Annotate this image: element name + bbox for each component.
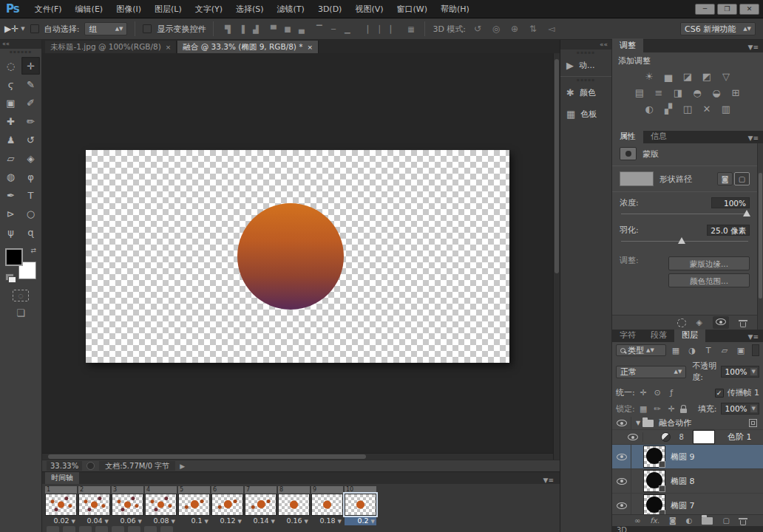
auto-align-layers-icon[interactable]: ▦ xyxy=(404,23,417,35)
3d-scale-icon[interactable]: ◅ xyxy=(545,24,558,34)
tab-info[interactable]: 信息 xyxy=(643,129,674,143)
frame-duration[interactable]: 0.04 ▼ xyxy=(78,516,110,525)
group-expand-caret-icon[interactable]: ▼ xyxy=(636,420,640,426)
frame-thumbnail[interactable] xyxy=(245,494,277,516)
layer-row-ellipse8[interactable]: 椭圆 8 xyxy=(612,469,763,494)
frame-duration[interactable]: 0.18 ▼ xyxy=(311,516,343,525)
align-bottom-edges-icon[interactable]: ▟ xyxy=(249,23,262,35)
color-balance-icon[interactable]: ≡ xyxy=(653,86,665,98)
add-vector-mask-button[interactable]: ▢ xyxy=(734,172,750,185)
frame-8[interactable]: 8 0.16 ▼ xyxy=(278,486,310,525)
frame-5[interactable]: 5 0.1 ▼ xyxy=(178,486,210,525)
add-pixel-mask-button[interactable]: ◙ xyxy=(717,172,733,185)
close-tab-icon[interactable]: × xyxy=(166,44,172,51)
frame-9[interactable]: 9 0.18 ▼ xyxy=(311,486,343,525)
type-tool[interactable]: T xyxy=(21,186,40,204)
frame-thumbnail[interactable] xyxy=(211,494,243,516)
lock-position-icon[interactable]: ✛ xyxy=(666,404,677,414)
menu-window[interactable]: 窗口(W) xyxy=(390,4,434,15)
tab-properties[interactable]: 属性 xyxy=(612,129,643,143)
next-frame-button[interactable] xyxy=(112,526,124,532)
tab-3d-partial[interactable]: 3D xyxy=(612,526,763,532)
filter-adjustment-layers-icon[interactable]: ◑ xyxy=(685,344,699,356)
default-colors-icon[interactable] xyxy=(5,273,14,281)
frame-thumbnail[interactable] xyxy=(112,494,143,516)
path-selection-tool[interactable]: ⊳ xyxy=(1,205,20,222)
visibility-cell[interactable] xyxy=(612,469,631,493)
layer-row-ellipse7[interactable]: 椭圆 7 xyxy=(612,494,763,514)
adjustment-layer-row[interactable]: 8 色阶 1 xyxy=(612,430,763,445)
filter-type-layers-icon[interactable]: T xyxy=(702,344,715,356)
distribute-middle-icon[interactable]: ─ xyxy=(327,23,339,35)
frame-6[interactable]: 6 0.12 ▼ xyxy=(211,486,243,525)
menu-select[interactable]: 选择(S) xyxy=(229,4,271,15)
panel-grip[interactable]: ▪▪▪▪▪ xyxy=(560,77,611,82)
tween-button[interactable] xyxy=(128,526,140,532)
shape-layer-thumbnail[interactable] xyxy=(643,470,665,492)
panel-button-swatches[interactable]: ▦ 色板 xyxy=(560,103,611,125)
propagate-frame-checkbox[interactable]: ✓ xyxy=(715,389,724,398)
mask-visibility-toggle[interactable] xyxy=(713,316,729,329)
mask-edge-button[interactable]: 蒙版边缘... xyxy=(668,256,750,270)
auto-select-checkbox[interactable] xyxy=(30,24,39,33)
show-transform-checkbox[interactable] xyxy=(143,24,152,33)
gradient-map-icon[interactable]: ▥ xyxy=(720,103,732,115)
vertical-scrollbar[interactable] xyxy=(553,53,560,460)
status-popup-arrow-icon[interactable]: ▶ xyxy=(180,463,185,470)
unify-visibility-icon[interactable]: ⊙ xyxy=(652,388,663,398)
crop-tool[interactable]: ▣ xyxy=(1,94,20,112)
quick-selection-tool[interactable]: ✎ xyxy=(21,75,40,93)
distribute-top-icon[interactable]: ▔ xyxy=(313,23,325,35)
zoom-tool[interactable]: ɋ xyxy=(21,223,40,241)
swap-colors-icon[interactable]: ⇄ xyxy=(30,247,36,254)
ellipse-tool[interactable]: ○ xyxy=(21,205,40,222)
clone-stamp-tool[interactable]: ♟ xyxy=(1,131,20,149)
tool-preset-picker[interactable]: ▶✛ ▼ xyxy=(4,24,25,34)
delete-frame-button[interactable] xyxy=(160,526,173,532)
menu-file[interactable]: 文件(F) xyxy=(28,4,69,15)
frame-3[interactable]: 3 0.06 ▼ xyxy=(112,486,143,525)
filter-shape-layers-icon[interactable]: ▱ xyxy=(718,344,731,356)
add-layer-mask-icon[interactable]: ◙ xyxy=(669,516,676,525)
align-right-icon[interactable]: ▄ xyxy=(295,23,308,35)
3d-slide-icon[interactable]: ⇅ xyxy=(526,24,540,34)
density-slider[interactable] xyxy=(621,209,748,218)
menu-layer[interactable]: 图层(L) xyxy=(148,4,189,15)
menu-filter[interactable]: 滤镜(T) xyxy=(271,4,311,15)
black-white-icon[interactable]: ◨ xyxy=(672,86,684,98)
frame-thumbnail[interactable] xyxy=(178,494,210,516)
invert-icon[interactable]: ◐ xyxy=(643,103,655,115)
3d-roll-icon[interactable]: ◎ xyxy=(489,24,503,34)
layer-effects-icon[interactable]: fx. xyxy=(650,516,659,525)
feather-slider[interactable] xyxy=(621,236,748,245)
apply-mask-icon[interactable]: ◈ xyxy=(696,318,702,327)
link-layers-icon[interactable]: ∞ xyxy=(634,516,640,525)
lasso-tool[interactable]: ϛ xyxy=(1,75,20,93)
unify-position-icon[interactable]: ✛ xyxy=(638,388,649,398)
horizontal-scrollbar[interactable] xyxy=(42,453,553,460)
timeline-panel-menu-icon[interactable]: ▼≡ xyxy=(543,477,560,484)
frame-duration[interactable]: 0.06 ▼ xyxy=(112,516,143,525)
menu-help[interactable]: 帮助(H) xyxy=(434,4,476,15)
frame-7[interactable]: 7 0.14 ▼ xyxy=(245,486,277,525)
move-tool[interactable]: ✛ xyxy=(21,57,40,75)
menu-image[interactable]: 图像(I) xyxy=(109,4,148,15)
align-center-icon[interactable]: ■ xyxy=(281,23,294,35)
menu-3d[interactable]: 3D(D) xyxy=(311,4,349,14)
toolbox-grip[interactable]: ▪▪▪▪▪▪ xyxy=(10,49,32,55)
toolbox-collapse-icon[interactable]: «« xyxy=(0,40,41,49)
blur-tool[interactable]: ◍ xyxy=(1,168,20,185)
layer-filtering-toggle[interactable] xyxy=(752,344,759,356)
frame-duration[interactable]: 0.08 ▼ xyxy=(145,516,177,525)
blend-mode-dropdown[interactable]: 正常 ▲▼ xyxy=(616,366,686,378)
frame-duration[interactable]: 0.12 ▼ xyxy=(211,516,243,525)
filter-pixel-layers-icon[interactable]: ▦ xyxy=(669,344,682,356)
shape-layer-thumbnail[interactable] xyxy=(643,494,665,514)
frame-4[interactable]: 4 0.08 ▼ xyxy=(145,486,177,525)
align-vertical-centers-icon[interactable]: ▐ xyxy=(235,23,248,35)
frame-thumbnail[interactable] xyxy=(145,494,177,516)
elliptical-marquee-tool[interactable]: ◌ xyxy=(1,57,20,75)
scrollbar-thumb[interactable] xyxy=(555,59,559,273)
frame-duration[interactable]: 0.16 ▼ xyxy=(278,516,310,525)
fill-field[interactable]: 100% ▼ xyxy=(721,403,759,415)
